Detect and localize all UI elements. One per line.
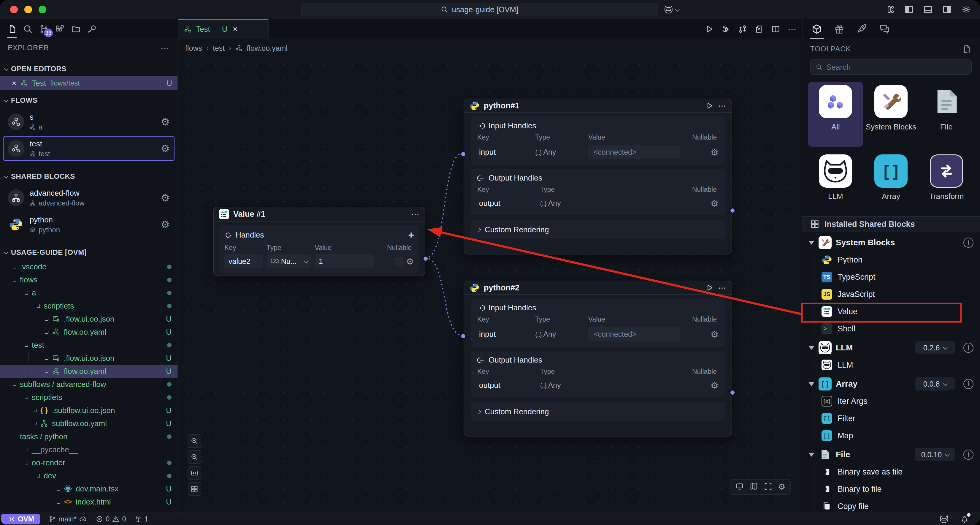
- customize-layout-button[interactable]: [886, 5, 895, 14]
- tab-close-button[interactable]: ×: [233, 24, 237, 34]
- block-list-item[interactable]: TS JS >_ [x] [ ] Python: [821, 251, 976, 268]
- compare-changes-button[interactable]: [738, 24, 747, 34]
- info-icon[interactable]: i: [963, 238, 974, 248]
- fullscreen-button[interactable]: [764, 482, 773, 492]
- canvas-settings-gear[interactable]: ⚙: [778, 482, 785, 492]
- shared-blocks-header[interactable]: SHARED BLOCKS: [0, 169, 178, 184]
- tree-item[interactable]: { } <> test U: [0, 338, 178, 351]
- node-more-button[interactable]: ⋯: [411, 209, 419, 219]
- tree-item[interactable]: { } <> dev U: [0, 469, 178, 482]
- new-block-button[interactable]: [962, 44, 972, 54]
- category-tile[interactable]: [ ] File: [919, 82, 974, 147]
- branch-indicator[interactable]: main*: [48, 515, 87, 523]
- tree-item[interactable]: { } <> index.html U: [0, 495, 178, 508]
- version-select[interactable]: 0.0.8: [915, 377, 955, 391]
- handle-type-select[interactable]: 123 Nu...: [267, 254, 311, 268]
- category-tile[interactable]: [ ] LLM: [808, 152, 863, 216]
- remote-indicator[interactable]: OVM: [1, 514, 40, 524]
- tree-item[interactable]: { } <> subflows / advanced-flow U: [0, 378, 178, 391]
- zoom-out-button[interactable]: [188, 450, 201, 464]
- run-node-button[interactable]: [705, 284, 714, 292]
- close-editor-icon[interactable]: ×: [12, 79, 16, 88]
- tree-item[interactable]: { } <> dev.main.tsx U: [0, 482, 178, 495]
- rerun-button[interactable]: [721, 24, 731, 34]
- block-list-item[interactable]: TS JS >_ [x] [ ] LLM: [821, 356, 976, 373]
- tree-item[interactable]: { } <> scriptlets U: [0, 391, 178, 404]
- maximize-window-button[interactable]: [38, 6, 46, 13]
- flow-item-s[interactable]: s a ⚙: [3, 109, 175, 134]
- run-flow-button[interactable]: [705, 24, 714, 34]
- settings-gear-button[interactable]: [961, 5, 971, 14]
- tree-item[interactable]: { } <> __pycache__ U: [0, 443, 178, 456]
- node-python1[interactable]: python#1 ⋯ Input Handles KeyTypeValueNul…: [464, 99, 732, 254]
- output-handle-dot[interactable]: [729, 389, 736, 396]
- activity-keys-button[interactable]: [87, 24, 97, 34]
- split-editor-button[interactable]: [771, 24, 781, 34]
- activity-extensions-button[interactable]: [55, 24, 65, 34]
- minimap-button[interactable]: [749, 482, 758, 492]
- custom-rendering-section[interactable]: Custom Rendering: [471, 402, 725, 421]
- block-list-item[interactable]: TS JS >_ [x] [ ] Binary save as file: [821, 463, 976, 480]
- rocket-tab[interactable]: [856, 23, 868, 35]
- open-editors-header[interactable]: OPEN EDITORS: [0, 62, 178, 76]
- version-select[interactable]: 0.0.10: [915, 448, 955, 461]
- info-icon[interactable]: i: [963, 343, 974, 353]
- handle-key-input[interactable]: [224, 254, 263, 268]
- toggle-primary-sidebar-button[interactable]: [904, 5, 914, 14]
- handle-settings-gear[interactable]: ⚙: [711, 147, 719, 157]
- flow-settings-gear[interactable]: ⚙: [161, 142, 170, 155]
- preview-button[interactable]: [735, 482, 744, 492]
- comments-tab[interactable]: [878, 23, 890, 35]
- group-header[interactable]: File 0.0.10 i: [806, 446, 976, 463]
- shared-block-settings-gear[interactable]: ⚙: [161, 219, 170, 230]
- category-tile[interactable]: [ ] Array: [863, 152, 919, 216]
- tree-item[interactable]: { } <> flows U: [0, 273, 178, 286]
- category-tile[interactable]: [ ] Transform: [919, 152, 974, 216]
- tree-item[interactable]: { } <> .flow.ui.oo.json U: [0, 313, 178, 326]
- block-list-item[interactable]: TS JS >_ [x] [ ] JavaScript: [821, 286, 976, 303]
- shared-block-python[interactable]: python python ⚙: [3, 212, 175, 237]
- tab-test[interactable]: Test U ×: [178, 19, 269, 39]
- block-list-item[interactable]: TS JS >_ [x] [ ] Iter Args: [821, 393, 976, 410]
- input-handle-dot[interactable]: [460, 333, 466, 340]
- layout-grid-button[interactable]: [188, 482, 201, 496]
- node-more-button[interactable]: ⋯: [718, 101, 726, 111]
- group-header[interactable]: LLM 0.2.6 i: [806, 339, 976, 356]
- gift-tab[interactable]: [834, 23, 845, 35]
- open-editor-item[interactable]: × Test flows/test U: [0, 76, 178, 90]
- info-icon[interactable]: i: [963, 450, 974, 460]
- handle-settings-gear[interactable]: ⚙: [711, 380, 719, 391]
- notifications-bell-button[interactable]: [960, 514, 969, 524]
- activity-folder-button[interactable]: [71, 24, 81, 34]
- block-list-item[interactable]: TS JS >_ [x] [ ] Shell: [821, 320, 976, 337]
- tree-item[interactable]: { } <> .subflow.ui.oo.json U: [0, 404, 178, 417]
- problems-indicator[interactable]: 0 0: [95, 515, 126, 523]
- workspace-header[interactable]: USAGE-GUIDE [OVM]: [0, 245, 178, 260]
- node-value1[interactable]: Value #1 ⋯ Handles + KeyTypeValueNullabl…: [213, 207, 425, 276]
- activity-search-button[interactable]: [22, 24, 33, 34]
- node-more-button[interactable]: ⋯: [718, 283, 726, 293]
- copilot-status-button[interactable]: [939, 514, 949, 524]
- category-tile[interactable]: [ ] All: [808, 82, 863, 147]
- breadcrumb[interactable]: flows› test› flow.oo.yaml: [179, 40, 801, 56]
- tree-item[interactable]: { } <> .flow.ui.oo.json U: [0, 351, 178, 365]
- fit-view-button[interactable]: [188, 466, 201, 480]
- block-list-item[interactable]: TS JS >_ [x] [ ] Binary to file: [821, 480, 976, 498]
- nullable-checkbox[interactable]: [394, 257, 403, 266]
- tree-item[interactable]: { } <> subflow.oo.yaml U: [0, 417, 178, 430]
- tree-item[interactable]: { } <> tasks / python U: [0, 430, 178, 443]
- block-list-item[interactable]: TS JS >_ [x] [ ] Map: [821, 427, 976, 444]
- category-tile[interactable]: [ ] System Blocks: [863, 82, 919, 147]
- explorer-more-button[interactable]: ⋯: [161, 43, 170, 53]
- ports-indicator[interactable]: 1: [134, 515, 148, 523]
- block-list-item[interactable]: TS JS >_ [x] [ ] TypeScript: [821, 268, 976, 286]
- minimize-window-button[interactable]: [24, 6, 32, 13]
- block-list-item[interactable]: TS JS >_ [x] [ ] Value: [821, 303, 976, 320]
- more-actions-button[interactable]: ⋯: [788, 24, 797, 34]
- tree-item[interactable]: { } <> oo-render U: [0, 456, 178, 469]
- flow-canvas[interactable]: python#1 ⋯ Input Handles KeyTypeValueNul…: [179, 56, 801, 512]
- group-header[interactable]: System Blocks i: [806, 234, 976, 251]
- info-icon[interactable]: i: [963, 379, 974, 389]
- version-select[interactable]: 0.2.6: [915, 341, 955, 354]
- tree-item[interactable]: { } <> flow.oo.yaml U: [0, 326, 178, 338]
